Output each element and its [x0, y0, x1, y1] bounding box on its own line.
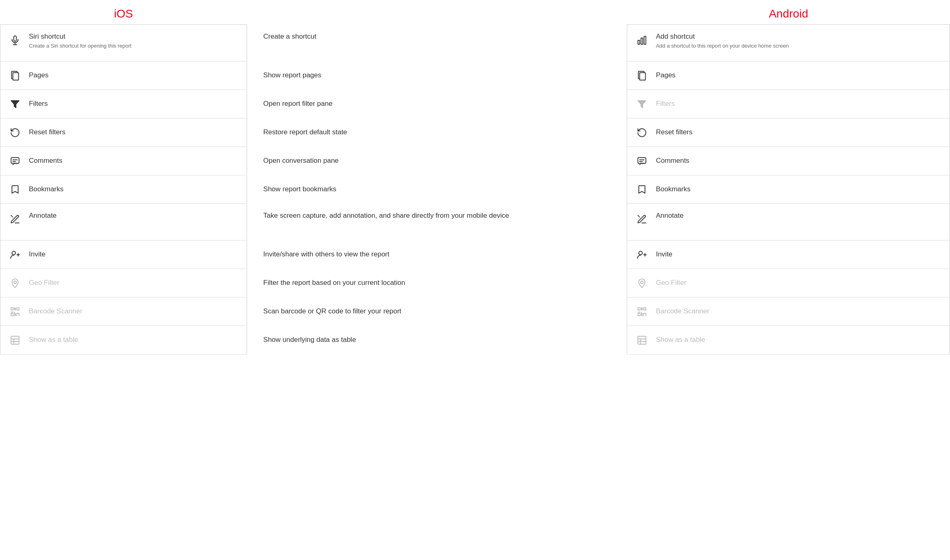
android-item-label-show-as-table: Show as a table: [656, 335, 705, 344]
barcode-icon-ios: [7, 304, 23, 320]
pages-icon-ios: [7, 68, 23, 84]
middle-item-siri-shortcut: Create a shortcut: [263, 24, 611, 61]
android-item-text-bookmarks: Bookmarks: [656, 185, 690, 194]
middle-text-comments: Open conversation pane: [263, 156, 339, 166]
ios-header: iOS: [0, 0, 247, 24]
svg-rect-0: [14, 36, 17, 41]
svg-rect-52: [638, 336, 646, 344]
ios-item-text-pages: Pages: [29, 71, 48, 80]
middle-item-comments: Open conversation pane: [263, 147, 611, 175]
ios-item-reset-filters[interactable]: Reset filters: [0, 118, 247, 147]
svg-rect-41: [638, 308, 640, 310]
geo-icon-ios: [7, 275, 23, 291]
android-item-label-reset-filters: Reset filters: [656, 128, 692, 137]
ios-item-label-siri-shortcut: Siri shortcut: [29, 32, 131, 41]
android-item-siri-shortcut[interactable]: Add shortcut Add a shortcut to this repo…: [627, 25, 950, 61]
svg-marker-33: [638, 101, 646, 107]
mic-icon-ios: [7, 32, 23, 48]
middle-item-barcode-scanner: Scan barcode or QR code to filter your r…: [263, 297, 611, 326]
android-item-text-pages: Pages: [656, 71, 675, 80]
comments-icon-ios: [7, 153, 23, 169]
middle-text-invite: Invite/share with others to view the rep…: [263, 249, 390, 259]
android-item-bookmarks[interactable]: Bookmarks: [627, 175, 950, 204]
ios-item-label-bookmarks: Bookmarks: [29, 185, 63, 194]
svg-rect-34: [638, 158, 646, 163]
android-item-annotate[interactable]: Annotate: [627, 204, 950, 241]
middle-item-pages: Show report pages: [263, 61, 611, 90]
ios-title: iOS: [114, 7, 133, 20]
ios-item-barcode-scanner[interactable]: Barcode Scanner: [0, 298, 247, 326]
ios-item-label-filters: Filters: [29, 99, 48, 108]
ios-item-comments[interactable]: Comments: [0, 147, 247, 175]
ios-item-pages[interactable]: Pages: [0, 61, 247, 90]
ios-item-text-barcode-scanner: Barcode Scanner: [29, 307, 82, 316]
platform-headers: iOS Android: [0, 0, 950, 24]
content-area: Siri shortcut Create a Siri shortcut for…: [0, 24, 950, 354]
invite-icon-ios: [7, 247, 23, 263]
middle-item-geo-filter: Filter the report based on your current …: [263, 269, 611, 297]
ios-item-geo-filter[interactable]: Geo Filter: [0, 269, 247, 298]
middle-text-pages: Show report pages: [263, 70, 322, 80]
ios-item-show-as-table[interactable]: Show as a table: [0, 326, 247, 354]
svg-point-9: [12, 251, 15, 255]
middle-item-bookmarks: Show report bookmarks: [263, 175, 611, 203]
android-item-geo-filter[interactable]: Geo Filter: [627, 269, 950, 298]
android-item-label-geo-filter: Geo Filter: [656, 278, 686, 287]
svg-rect-6: [11, 158, 19, 163]
android-item-text-filters: Filters: [656, 99, 674, 108]
middle-header-spacer: [247, 0, 627, 24]
svg-rect-32: [640, 72, 646, 80]
ios-item-text-show-as-table: Show as a table: [29, 335, 78, 344]
svg-rect-29: [641, 38, 643, 44]
middle-item-filters: Open report filter pane: [263, 90, 611, 118]
table-icon-ios: [7, 332, 23, 348]
ios-item-text-annotate: Annotate: [29, 211, 57, 220]
svg-rect-43: [638, 313, 640, 315]
middle-text-geo-filter: Filter the report based on your current …: [263, 278, 405, 288]
android-item-reset-filters[interactable]: Reset filters: [627, 118, 950, 147]
android-item-text-invite: Invite: [656, 250, 672, 259]
svg-point-37: [639, 251, 643, 255]
middle-text-reset-filters: Restore report default state: [263, 127, 347, 137]
ios-item-annotate[interactable]: Annotate: [0, 204, 247, 241]
android-header: Android: [627, 0, 950, 24]
ios-item-invite[interactable]: Invite: [0, 241, 247, 269]
geo-icon-android: [634, 275, 650, 291]
svg-rect-42: [644, 308, 646, 310]
android-item-label-filters: Filters: [656, 99, 674, 108]
reset-icon-ios: [7, 125, 23, 141]
svg-rect-28: [638, 40, 640, 44]
middle-item-annotate: Take screen capture, add annotation, and…: [263, 203, 611, 240]
ios-item-text-reset-filters: Reset filters: [29, 128, 66, 137]
ios-item-text-filters: Filters: [29, 99, 48, 108]
ios-item-label-geo-filter: Geo Filter: [29, 278, 59, 287]
middle-text-bookmarks: Show report bookmarks: [263, 184, 337, 194]
svg-rect-24: [11, 336, 19, 344]
ios-column: Siri shortcut Create a Siri shortcut for…: [0, 24, 247, 354]
android-item-label-barcode-scanner: Barcode Scanner: [656, 307, 709, 316]
android-item-label-siri-shortcut: Add shortcut: [656, 32, 789, 41]
middle-item-show-as-table: Show underlying data as table: [263, 326, 611, 354]
android-item-comments[interactable]: Comments: [627, 147, 950, 175]
android-item-barcode-scanner[interactable]: Barcode Scanner: [627, 298, 950, 326]
android-item-text-annotate: Annotate: [656, 211, 683, 220]
android-item-invite[interactable]: Invite: [627, 241, 950, 269]
android-item-pages[interactable]: Pages: [627, 61, 950, 90]
comments-icon-android: [634, 153, 650, 169]
android-item-show-as-table[interactable]: Show as a table: [627, 326, 950, 354]
android-item-filters[interactable]: Filters: [627, 90, 950, 118]
filter-icon-ios: [7, 96, 23, 112]
ios-item-bookmarks[interactable]: Bookmarks: [0, 175, 247, 204]
android-item-text-show-as-table: Show as a table: [656, 335, 705, 344]
ios-item-label-show-as-table: Show as a table: [29, 335, 78, 344]
middle-text-siri-shortcut: Create a shortcut: [263, 32, 316, 42]
invite-icon-android: [634, 247, 650, 263]
ios-item-filters[interactable]: Filters: [0, 90, 247, 118]
chart-bar-icon-android: [634, 32, 650, 48]
middle-item-reset-filters: Restore report default state: [263, 118, 611, 147]
svg-point-40: [641, 281, 644, 284]
android-column: Add shortcut Add a shortcut to this repo…: [627, 24, 950, 354]
android-item-label-annotate: Annotate: [656, 211, 683, 220]
ios-item-label-comments: Comments: [29, 156, 62, 165]
ios-item-siri-shortcut[interactable]: Siri shortcut Create a Siri shortcut for…: [0, 25, 247, 61]
